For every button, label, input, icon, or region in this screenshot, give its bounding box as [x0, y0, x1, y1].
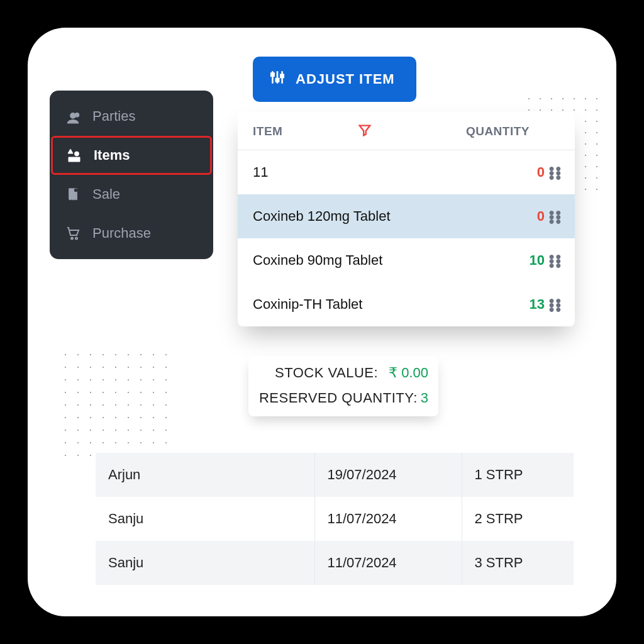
- adjust-item-button[interactable]: ADJUST ITEM: [253, 57, 416, 102]
- reservations-table: Arjun 19/07/2024 1 STRP Sanju 11/07/2024…: [96, 453, 574, 585]
- reservation-date: 11/07/2024: [314, 497, 462, 541]
- inventory-app-card: Parties Items Sale Purchase: [28, 28, 616, 616]
- svg-point-0: [74, 189, 78, 192]
- reserved-qty: 3: [421, 390, 428, 406]
- sidebar-item-label: Parties: [92, 108, 135, 125]
- reservation-qty: 2 STRP: [462, 497, 574, 541]
- item-row[interactable]: Coxineb 120mg Tablet 0 ●●●●●●: [238, 194, 575, 238]
- item-qty: 0: [509, 208, 545, 225]
- item-row[interactable]: 11 0 ●●●●●●: [238, 150, 575, 194]
- sidebar-item-items[interactable]: Items: [51, 136, 212, 175]
- sidebar-item-label: Purchase: [92, 225, 151, 242]
- filter-icon[interactable]: [358, 123, 372, 140]
- reservation-name: Arjun: [96, 453, 314, 497]
- item-name: Coxinip-TH Tablet: [253, 296, 509, 313]
- item-row[interactable]: Coxinip-TH Tablet 13 ●●●●●●: [238, 282, 575, 326]
- item-qty: 10: [509, 252, 545, 269]
- items-table-card: ITEM QUANTITY 11 0 ●●●●●● Coxineb 120mg …: [238, 112, 575, 326]
- table-row[interactable]: Arjun 19/07/2024 1 STRP: [96, 453, 574, 497]
- adjust-item-label: ADJUST ITEM: [296, 71, 395, 87]
- svg-rect-5: [276, 79, 279, 81]
- header-quantity: QUANTITY: [466, 125, 530, 138]
- sliders-icon: [269, 69, 286, 89]
- stock-value-label: STOCK VALUE:: [275, 365, 378, 381]
- decorative-dots: [59, 348, 172, 462]
- users-icon: [65, 108, 81, 125]
- drag-handle-icon[interactable]: ●●●●●●: [545, 298, 566, 311]
- reservation-name: Sanju: [96, 497, 314, 541]
- shapes-icon: [66, 147, 82, 164]
- reservation-name: Sanju: [96, 541, 314, 585]
- drag-handle-icon[interactable]: ●●●●●●: [545, 210, 566, 223]
- table-row[interactable]: Sanju 11/07/2024 2 STRP: [96, 497, 574, 541]
- sidebar-item-purchase[interactable]: Purchase: [50, 214, 213, 253]
- svg-rect-4: [271, 74, 274, 76]
- reserved-qty-label: RESERVED QUANTITY:: [259, 390, 418, 406]
- sidebar: Parties Items Sale Purchase: [50, 91, 213, 259]
- sidebar-item-label: Sale: [92, 186, 120, 203]
- item-row[interactable]: Coxineb 90mg Tablet 10 ●●●●●●: [238, 238, 575, 282]
- sidebar-item-parties[interactable]: Parties: [50, 97, 213, 136]
- stock-value-row: STOCK VALUE: ₹ 0.00: [258, 364, 428, 382]
- drag-handle-icon[interactable]: ●●●●●●: [545, 166, 566, 179]
- item-name: Coxineb 90mg Tablet: [253, 252, 509, 269]
- item-qty: 0: [509, 164, 545, 180]
- reservation-qty: 1 STRP: [462, 453, 574, 497]
- reserved-qty-row: RESERVED QUANTITY: 3: [258, 389, 428, 408]
- receipt-icon: [65, 186, 81, 203]
- reservation-qty: 3 STRP: [462, 541, 574, 585]
- item-name: 11: [253, 164, 509, 180]
- table-row[interactable]: Sanju 11/07/2024 3 STRP: [96, 541, 574, 585]
- reservation-date: 19/07/2024: [314, 453, 462, 497]
- drag-handle-icon[interactable]: ●●●●●●: [545, 254, 566, 267]
- sidebar-item-sale[interactable]: Sale: [50, 175, 213, 214]
- items-table-header: ITEM QUANTITY: [238, 112, 575, 150]
- stock-value: ₹ 0.00: [389, 365, 428, 381]
- reservation-date: 11/07/2024: [314, 541, 462, 585]
- sidebar-item-label: Items: [94, 147, 130, 164]
- svg-rect-6: [280, 75, 283, 77]
- cart-icon: [65, 225, 81, 242]
- item-qty: 13: [509, 296, 545, 313]
- stock-summary-card: STOCK VALUE: ₹ 0.00 RESERVED QUANTITY: 3: [248, 356, 438, 416]
- item-name: Coxineb 120mg Tablet: [253, 208, 509, 225]
- header-item: ITEM: [253, 125, 282, 138]
